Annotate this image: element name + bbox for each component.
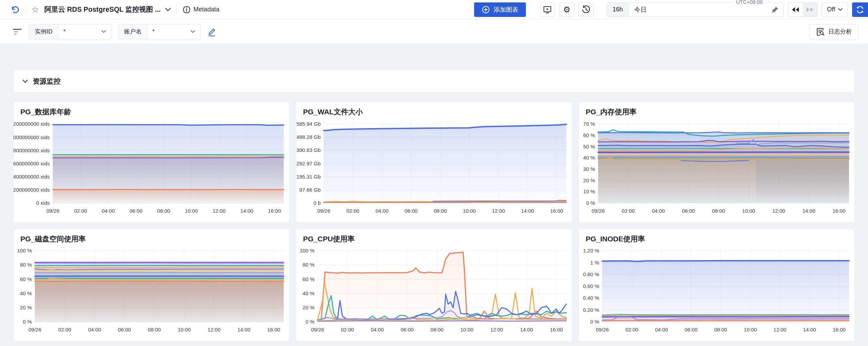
auto-refresh-dropdown[interactable]: Off <box>822 2 848 17</box>
svg-text:06:00: 06:00 <box>130 208 143 214</box>
svg-text:12:00: 12:00 <box>213 208 226 214</box>
svg-text:02:00: 02:00 <box>346 208 359 214</box>
log-search-icon <box>816 27 825 36</box>
svg-text:08:00: 08:00 <box>431 327 444 333</box>
page-title: 阿里云 RDS PostgreSQL 监控视图 ... <box>45 5 161 14</box>
instance-id-select[interactable]: * <box>58 25 111 39</box>
svg-text:10 %: 10 % <box>583 189 595 194</box>
rewind-icon <box>792 7 799 12</box>
refresh-icon <box>856 5 865 14</box>
log-analysis-button[interactable]: 日志分析 <box>809 24 858 39</box>
add-chart-button[interactable]: 添加图表 <box>474 2 526 17</box>
filter-icon[interactable] <box>12 28 22 36</box>
svg-text:80 %: 80 % <box>303 262 314 268</box>
pin-icon[interactable] <box>771 6 783 14</box>
settings-button[interactable]: ⚙ <box>559 2 574 17</box>
back-undo-icon[interactable] <box>10 4 20 15</box>
top-bar: ☆ 阿里云 RDS PostgreSQL 监控视图 ... Metadata 添 <box>0 0 868 19</box>
chart-card-memory: PG_内存使用率 09/2602:0004:0006:0008:0010:001… <box>578 102 855 223</box>
instance-id-value: * <box>63 28 66 35</box>
svg-text:14:00: 14:00 <box>803 327 816 333</box>
chart-card-wal-size: PG_WAL文件大小 09/2602:0004:0006:0008:0010:0… <box>296 102 572 223</box>
svg-text:09/26: 09/26 <box>46 208 59 214</box>
svg-text:60 %: 60 % <box>583 132 595 138</box>
svg-text:50 %: 50 % <box>583 144 595 150</box>
svg-text:14:00: 14:00 <box>237 327 251 333</box>
svg-text:08:00: 08:00 <box>148 327 161 333</box>
chevron-down-icon <box>838 8 843 11</box>
svg-text:16:00: 16:00 <box>268 208 281 214</box>
svg-text:10:00: 10:00 <box>185 208 198 214</box>
filter-bar: 实例ID * 账户名 * 日志分析 <box>0 19 868 44</box>
refresh-button[interactable] <box>852 2 868 17</box>
chart-canvas-memory[interactable]: 09/2602:0004:0006:0008:0010:0012:0014:00… <box>579 117 855 221</box>
time-step-forward-button[interactable] <box>803 3 817 17</box>
svg-text:0.40 %: 0.40 % <box>583 295 599 301</box>
svg-text:08:00: 08:00 <box>714 327 727 333</box>
time-range-picker[interactable]: UTC+08:00 16h 今日 <box>607 2 784 17</box>
history-button[interactable] <box>578 2 594 17</box>
svg-text:02:00: 02:00 <box>341 327 354 333</box>
chart-card-disk: PG_磁盘空间使用率 09/2602:0004:0006:0008:0010:0… <box>13 229 290 342</box>
chart-canvas-disk[interactable]: 09/2602:0004:0006:0008:0010:0012:0014:00… <box>13 244 289 340</box>
svg-text:400000000 xids: 400000000 xids <box>13 174 50 180</box>
svg-text:20 %: 20 % <box>303 305 314 310</box>
chart-card-db-age: PG_数据库年龄 09/2602:0004:0006:0008:0010:001… <box>13 102 290 223</box>
time-step-back-button[interactable] <box>788 3 803 17</box>
edit-filters-icon[interactable] <box>207 27 216 37</box>
svg-text:800000000 xids: 800000000 xids <box>13 147 50 153</box>
svg-text:80 %: 80 % <box>20 262 32 268</box>
svg-text:10:00: 10:00 <box>744 327 757 333</box>
chart-title: PG_内存使用率 <box>579 102 855 117</box>
svg-text:02:00: 02:00 <box>58 327 72 333</box>
svg-text:08:00: 08:00 <box>434 208 447 214</box>
svg-text:70 %: 70 % <box>583 121 595 127</box>
svg-text:585.94 Gb: 585.94 Gb <box>296 121 321 127</box>
svg-text:390.63 Gb: 390.63 Gb <box>296 147 321 153</box>
log-analysis-label: 日志分析 <box>828 28 852 36</box>
auto-refresh-value: Off <box>827 6 835 13</box>
account-name-select[interactable]: * <box>148 25 200 39</box>
svg-text:09/26: 09/26 <box>317 208 330 214</box>
divider <box>26 5 26 14</box>
svg-text:30 %: 30 % <box>583 166 595 172</box>
monitor-play-icon <box>543 6 552 14</box>
svg-text:0 %: 0 % <box>23 319 32 325</box>
chart-card-inode: PG_INODE使用率 09/2602:0004:0006:0008:0010:… <box>578 229 855 342</box>
chart-canvas-wal-size[interactable]: 09/2602:0004:0006:0008:0010:0012:0014:00… <box>296 117 572 221</box>
add-chart-label: 添加图表 <box>493 6 518 14</box>
chevron-down-icon <box>101 30 106 33</box>
svg-text:1 %: 1 % <box>590 260 599 266</box>
section-collapse-chevron-icon <box>22 79 28 83</box>
account-name-label: 账户名 <box>119 25 148 39</box>
metadata-link[interactable]: Metadata <box>182 6 219 14</box>
chart-canvas-cpu[interactable]: 09/2602:0004:0006:0008:0010:0012:0014:00… <box>296 244 572 340</box>
svg-text:40 %: 40 % <box>303 290 314 296</box>
dashboard-title-group[interactable]: 阿里云 RDS PostgreSQL 监控视图 ... <box>45 5 171 14</box>
chart-title: PG_INODE使用率 <box>579 229 855 244</box>
svg-text:1000000000 xids: 1000000000 xids <box>13 134 50 140</box>
svg-text:10:00: 10:00 <box>742 208 755 214</box>
section-title: 资源监控 <box>33 77 60 86</box>
svg-text:97.66 Gb: 97.66 Gb <box>299 187 321 193</box>
chart-title: PG_磁盘空间使用率 <box>13 229 289 244</box>
svg-text:292.97 Gb: 292.97 Gb <box>296 161 321 166</box>
chart-canvas-db-age[interactable]: 09/2602:0004:0006:0008:0010:0012:0014:00… <box>13 117 289 221</box>
svg-text:02:00: 02:00 <box>622 208 635 214</box>
time-range-chip[interactable]: 16h <box>607 3 629 17</box>
svg-text:200000000 xids: 200000000 xids <box>13 187 50 193</box>
svg-text:06:00: 06:00 <box>405 208 418 214</box>
favorite-star-icon[interactable]: ☆ <box>31 6 39 14</box>
chart-row-2: PG_磁盘空间使用率 09/2602:0004:0006:0008:0010:0… <box>13 229 855 342</box>
section-resource-monitoring[interactable]: 资源监控 <box>13 70 855 93</box>
presentation-mode-button[interactable] <box>540 2 555 17</box>
chart-row-1: PG_数据库年龄 09/2602:0004:0006:0008:0010:001… <box>13 102 855 223</box>
svg-text:100 %: 100 % <box>17 248 32 253</box>
svg-text:04:00: 04:00 <box>371 327 384 333</box>
svg-text:16:00: 16:00 <box>833 327 846 333</box>
time-range-value[interactable]: 今日 <box>629 6 771 14</box>
svg-text:12:00: 12:00 <box>492 208 505 214</box>
plus-circle-icon <box>482 6 490 14</box>
svg-text:12:00: 12:00 <box>208 327 221 333</box>
chart-canvas-inode[interactable]: 09/2602:0004:0006:0008:0010:0012:0014:00… <box>579 244 855 340</box>
